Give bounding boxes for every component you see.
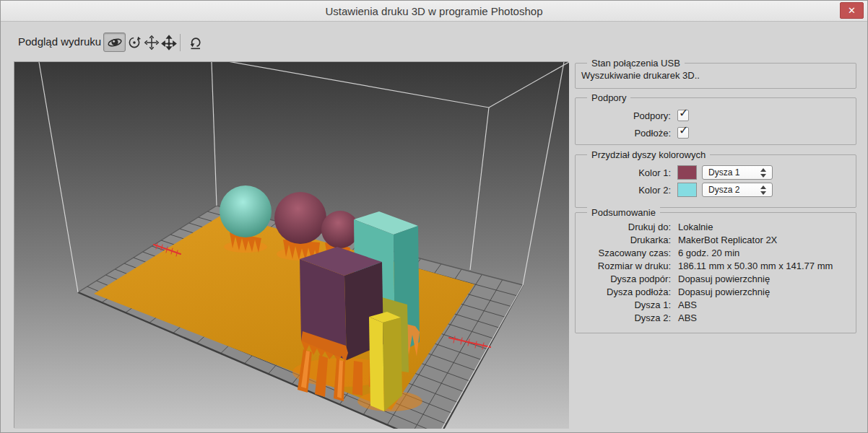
summary-value: ABS [678,299,697,310]
summary-row: Dysza 2: ABS [576,311,856,324]
roll-camera-button[interactable] [124,32,144,52]
summary-value: Dopasuj powierzchnię [678,274,770,284]
color2-nozzle-select[interactable]: Dysza 2 [702,183,773,197]
summary-row: Dysza podpór: Dopasuj powierzchnię [576,272,856,285]
base-checkbox-label: Podłoże: [576,128,671,139]
summary-value: ABS [678,312,697,323]
summary-value: Dopasuj powierzchnię [678,287,770,297]
color2-nozzle-value: Dysza 2 [708,185,739,195]
print-preview-viewport[interactable] [14,61,568,428]
color2-row: Kolor 2: Dysza 2 [576,182,856,198]
orbit-3d-camera-icon [107,35,123,51]
toolbar: Podgląd wydruku 3D [1,22,568,61]
window-title: Ustawienia druku 3D w programie Photosho… [1,1,867,22]
reset-view-button[interactable] [186,32,205,52]
slide-camera-button[interactable] [159,32,178,52]
summary-row: Drukarka: MakerBot Replicator 2X [576,233,856,246]
base-row: Podłoże: ✓ [576,124,856,141]
roll-3d-camera-icon [126,35,142,51]
summary-label: Drukuj do: [576,222,671,232]
toolbar-separator [180,34,181,51]
pan-camera-button[interactable] [142,32,161,52]
summary-label: Dysza podpór: [576,274,671,284]
nozzle-group-title: Przydział dyszy kolorowych [587,149,710,161]
usb-status-group: Stan połączenia USB Wyszukiwanie drukare… [575,63,856,89]
photoshop-3d-print-dialog: Ustawienia druku 3D w programie Photosho… [0,0,868,433]
base-checkbox[interactable]: ✓ [677,127,689,139]
pan-3d-camera-icon [144,35,160,51]
close-button[interactable]: ✕ [840,2,864,19]
summary-group: Podsumowanie Drukuj do: Lokalnie Drukark… [575,212,856,333]
summary-value: 6 godz. 20 min [678,248,739,258]
summary-row: Dysza podłoża: Dopasuj powierzchnię [576,285,856,298]
color1-swatch[interactable] [677,165,697,180]
maroon-sphere-large [274,192,326,244]
yellow-plank [369,312,402,411]
summary-value: 186.11 mm x 50.30 mm x 141.77 mm [678,261,833,271]
print-preview-canvas [14,62,569,429]
summary-label: Dysza 2: [576,312,671,323]
color1-nozzle-value: Dysza 1 [708,167,739,178]
summary-row: Drukuj do: Lokalnie [576,220,856,233]
maroon-sphere-small [321,211,359,248]
usb-group-title: Stan połączenia USB [587,57,685,69]
color1-nozzle-select[interactable]: Dysza 1 [702,165,773,180]
summary-group-title: Podsumowanie [587,206,660,219]
nozzle-assignment-group: Przydział dyszy kolorowych Kolor 1: Dysz… [575,154,856,208]
summary-row: Rozmiar w druku: 186.11 mm x 50.30 mm x … [576,259,856,272]
close-icon: ✕ [848,5,856,16]
supports-group-title: Podpory [587,92,630,104]
color1-label: Kolor 1: [576,167,671,178]
summary-label: Szacowany czas: [576,248,671,258]
stepper-arrows-icon [760,168,767,178]
summary-label: Dysza podłoża: [576,287,671,297]
summary-label: Dysza 1: [576,299,671,310]
checkmark-icon: ✓ [679,106,688,120]
color2-label: Kolor 2: [576,185,671,196]
cyan-sphere [220,185,272,237]
supports-row: Podpory: ✓ [576,107,856,124]
summary-label: Drukarka: [576,235,671,245]
summary-label: Rozmiar w druku: [576,261,671,271]
color1-row: Kolor 1: Dysza 1 [576,165,856,180]
summary-row: Szacowany czas: 6 godz. 20 min [576,246,856,259]
reset-view-icon [188,35,204,51]
orbit-camera-button[interactable] [103,32,126,52]
slide-3d-camera-icon [161,35,177,51]
title-bar: Ustawienia druku 3D w programie Photosho… [1,1,867,22]
summary-row: Dysza 1: ABS [576,298,856,311]
stepper-arrows-icon [760,185,767,195]
supports-group: Podpory Podpory: ✓ Podłoże: ✓ [575,97,856,145]
summary-value: Lokalnie [678,222,713,232]
color2-swatch[interactable] [677,183,697,197]
checkmark-icon: ✓ [679,123,688,137]
supports-checkbox-label: Podpory: [576,110,671,121]
supports-checkbox[interactable]: ✓ [677,110,689,121]
summary-value: MakerBot Replicator 2X [678,235,777,245]
